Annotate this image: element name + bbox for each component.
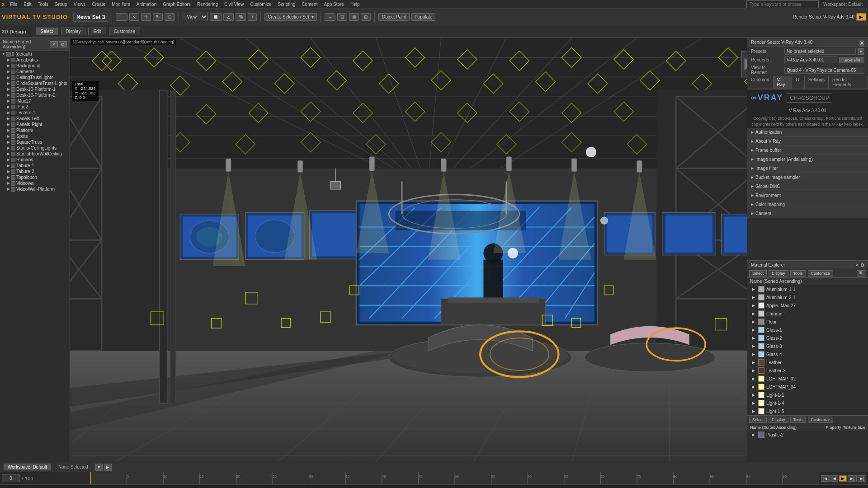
mat-item-lghtmap02[interactable]: ▶ LGHTMAP_02 [747,375,868,383]
mat-bottom-select-btn[interactable]: Select [749,417,767,423]
mat-item-glass-2[interactable]: ▶ Glass-2 [747,334,868,342]
mat-item-aluminium-2-1[interactable]: ▶ Aluminium-2-1 [747,293,868,301]
list-item[interactable]: ▶ CeilingTrussLights [5,75,70,80]
mat-item-chrome[interactable]: ▶ Chrome [747,310,868,318]
section-frame-buffer-header[interactable]: ▶ Frame buffer [747,146,868,155]
section-authorization-header[interactable]: ▶ Authorization [747,128,868,136]
prev-frame-btn[interactable]: ◀ [830,475,838,482]
list-item[interactable]: ▶ Panels-Right [5,122,70,127]
tab-common[interactable]: Common [747,76,774,89]
mat-close-btn[interactable]: ✕ [855,263,859,267]
menu-graph-editors[interactable]: Graph Editors [160,2,193,7]
go-start-btn[interactable]: |◀ [821,475,830,482]
mat-select-btn[interactable]: Select [749,270,767,277]
mat-item-light-1-1[interactable]: ▶ Light-1-1 [747,391,868,399]
mat-item-glass-4[interactable]: ▶ Glass-4 [747,350,868,358]
presets-dropdown-btn[interactable]: ▾ [858,48,864,55]
selection-sets[interactable]: Create Selection Set: ▾ [264,13,317,21]
go-end-btn[interactable]: ▶| [858,475,866,482]
menu-file[interactable]: File [7,2,20,7]
object-paint-btn[interactable]: Object Paint [378,13,409,21]
mat-item-light-1-5[interactable]: ▶ Light-1-5 [747,407,868,415]
mirror-btn[interactable]: ↔ [325,13,335,21]
timeline-track[interactable]: 5 10 15 20 25 30 35 40 45 50 55 60 65 70… [90,472,819,484]
mat-item-glass-1[interactable]: ▶ Glass-1 [747,326,868,334]
mat-item-plastic[interactable]: ▶ Plastic-2 [747,431,868,439]
scene-settings-btn[interactable]: ⚙ [59,41,67,47]
presets-input[interactable] [784,48,856,55]
list-item[interactable]: ▶ Cameras [5,69,70,75]
list-item[interactable]: ▶ Panels-Left [5,116,70,122]
list-item[interactable]: ▶ VideoWall-Platform [5,186,70,192]
snap-toggle[interactable]: 🔲 [210,13,222,21]
menu-rendering[interactable]: Rendering [194,2,221,7]
list-item[interactable]: ▶ Tabure-2 [5,169,70,174]
menu-scripting[interactable]: Scripting [275,2,298,7]
list-item[interactable]: ▶ Topbibbon [5,174,70,180]
section-about-header[interactable]: ▶ About V Ray [747,137,868,145]
mat-item-light-1-4[interactable]: ▶ Light-1-4 [747,399,868,407]
list-item[interactable]: ▶ StudioFloorWallCeiling [5,151,70,157]
section-color-mapping-header[interactable]: ▶ Color mapping [747,200,868,209]
list-item[interactable]: ▶ Tabure-1 [5,163,70,169]
menu-modifiers[interactable]: Modifiers [109,2,133,7]
renderer-input[interactable] [784,56,837,63]
list-item[interactable]: ▶ Studio-CeilingLights [5,145,70,151]
tab-customize[interactable]: Customize [109,28,140,35]
tab-3d-design[interactable]: Select [36,28,58,35]
timeline-collapse-btn[interactable]: ▶ [104,464,112,471]
select-filter-btn[interactable]: ⬛ [116,13,127,21]
mat-item-floor[interactable]: ▶ Floor [747,318,868,326]
section-bucket-header[interactable]: ▶ Bucket image sampler [747,173,868,182]
menu-group[interactable]: Group [52,2,70,7]
menu-tools[interactable]: Tools [35,2,51,7]
move-btn[interactable]: ✛ [141,13,151,21]
populate-btn[interactable]: Populate [411,13,435,21]
list-item[interactable]: ▶ AreaLights [5,57,70,63]
section-environment-header[interactable]: ▶ Environment [747,191,868,200]
mat-display-btn[interactable]: Display [769,270,788,277]
list-item[interactable]: ▶ Spots [5,133,70,139]
align-view-btn[interactable]: ⊠ [349,13,359,21]
view-dropdown[interactable]: ViewLocalWorld [183,13,208,21]
mat-item-aluminium-1-1[interactable]: ▶ Aluminium-1-1 [747,285,868,293]
render-btn[interactable]: ▶ [856,13,866,21]
tab-vray[interactable]: V-Ray [774,76,793,89]
viewport[interactable]: [-][VRayPhysicalCamera-05][Standard][Def… [70,38,747,462]
tab-render-elements[interactable]: Render Elements [829,76,868,89]
menu-content[interactable]: Content [299,2,320,7]
select-btn[interactable]: ↖ [129,13,139,21]
menu-animation[interactable]: Animation [134,2,159,7]
menu-views[interactable]: Views [71,2,89,7]
tab-gi[interactable]: GI [792,76,805,89]
tab-edit[interactable]: Edit [88,28,106,35]
rotate-btn[interactable]: ↻ [153,13,163,21]
list-item[interactable]: ▶ Humans [5,157,70,163]
mat-filter-icon[interactable]: 🔍 [857,270,866,277]
scene-root-item[interactable]: ▼ 0 (default) [0,51,70,57]
menu-create[interactable]: Create [89,2,108,7]
menu-civil-view[interactable]: Civil View [222,2,246,7]
search-input[interactable] [746,0,819,8]
list-item[interactable]: ▶ Lectern-1 [5,110,70,116]
list-item[interactable]: ▶ Desk-10-Platform-2 [5,92,70,98]
list-item[interactable]: ▶ Background [5,63,70,69]
mat-bottom-tools-btn[interactable]: Tools [790,417,806,423]
current-frame-input[interactable] [2,474,20,482]
layer-manager-btn[interactable]: ⊞ [361,13,371,21]
list-item[interactable]: ▶ Videowall [5,180,70,186]
mat-customize-btn[interactable]: Customize [808,270,834,277]
section-image-filter-header[interactable]: ▶ Image filter [747,164,868,173]
list-item[interactable]: ▶ Desk-10-Platform-1 [5,86,70,92]
spinner-snap[interactable]: + [248,13,257,21]
menu-edit[interactable]: Edit [21,2,34,7]
list-item[interactable]: ▶ CircleSquareTruss-Lights [5,80,70,86]
menu-app-store[interactable]: App Store [321,2,346,7]
menu-customize[interactable]: Customize [247,2,274,7]
mat-bottom-customize-btn[interactable]: Customize [808,417,834,423]
mat-settings-btn[interactable]: ⚙ [860,263,864,267]
save-file-btn[interactable]: Save File [839,57,864,63]
timeline-expand-btn[interactable]: ▼ [95,464,103,471]
menu-help[interactable]: Help [348,2,363,7]
section-image-sampler-header[interactable]: ▶ Image sampler (Antialiasing) [747,155,868,164]
